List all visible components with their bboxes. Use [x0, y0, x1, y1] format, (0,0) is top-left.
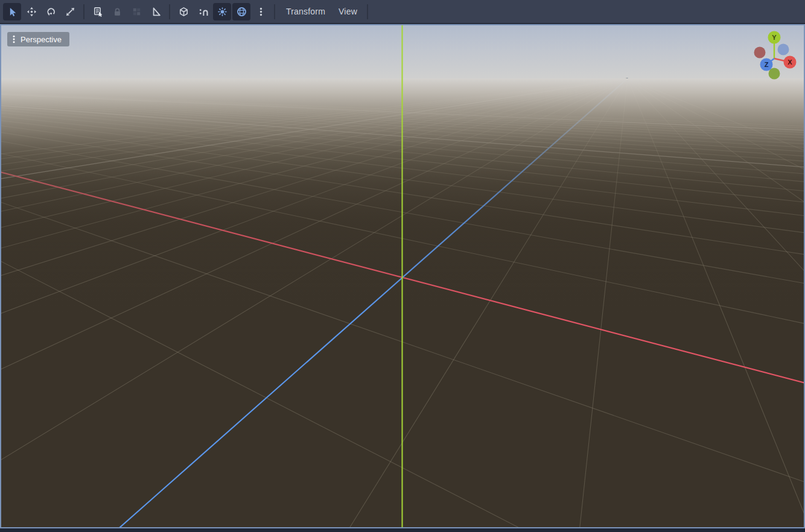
gizmo-axis--z[interactable]	[778, 44, 789, 55]
svg-text:Y: Y	[772, 34, 777, 41]
projection-label: Perspective	[21, 35, 62, 44]
lock-icon	[112, 7, 122, 17]
toolbar-button-move[interactable]	[22, 3, 40, 21]
godot-3d-editor: TransformView Perspective YXZ	[0, 0, 805, 532]
ruler-icon	[151, 7, 161, 17]
spatial-editor-toolbar: TransformView	[0, 0, 805, 24]
gizmo-axis--x[interactable]	[754, 47, 766, 59]
svg-text:X: X	[788, 59, 792, 66]
kebab-menu-icon	[12, 35, 16, 43]
sun-icon	[217, 7, 228, 17]
3d-scene	[1, 25, 804, 527]
toolbar-button-lock-selected	[108, 3, 126, 21]
svg-text:Z: Z	[765, 61, 769, 68]
toolbar-separator	[274, 4, 275, 19]
toolbar-button-preview-environment[interactable]	[232, 3, 250, 21]
orientation-gizmo[interactable]: YXZ	[747, 28, 801, 83]
toolbar-button-scale[interactable]	[61, 3, 79, 21]
globe-icon	[237, 7, 247, 17]
toolbar-separator	[169, 4, 170, 19]
toolbar-button-rotate[interactable]	[42, 3, 60, 21]
list-select-icon	[93, 7, 103, 17]
3d-viewport[interactable]: Perspective YXZ	[0, 24, 805, 528]
view-perspective-button[interactable]: Perspective	[7, 32, 69, 46]
toolbar-button-extra-options[interactable]	[252, 3, 270, 21]
toolbar-button-use-snap[interactable]	[194, 3, 212, 21]
toolbar-separator	[83, 4, 84, 19]
toolbar-button-select[interactable]	[3, 3, 21, 21]
rotate-icon	[46, 7, 56, 17]
dots-icon	[256, 7, 266, 17]
toolbar-button-use-local-space[interactable]	[174, 3, 192, 21]
move-icon	[27, 7, 37, 17]
toolbar-button-list-select[interactable]	[89, 3, 107, 21]
select-icon	[7, 7, 18, 17]
menu-transform[interactable]: Transform	[279, 3, 332, 20]
toolbar-button-preview-sunlight[interactable]	[213, 3, 231, 21]
cube-icon	[179, 7, 189, 17]
menu-view[interactable]: View	[332, 3, 364, 20]
toolbar-button-group-selected	[127, 3, 145, 21]
toolbar-separator	[367, 4, 368, 19]
group-icon	[132, 7, 142, 17]
magnet-icon	[198, 7, 208, 17]
scale-icon	[65, 7, 75, 17]
toolbar-button-ruler[interactable]	[147, 3, 165, 21]
